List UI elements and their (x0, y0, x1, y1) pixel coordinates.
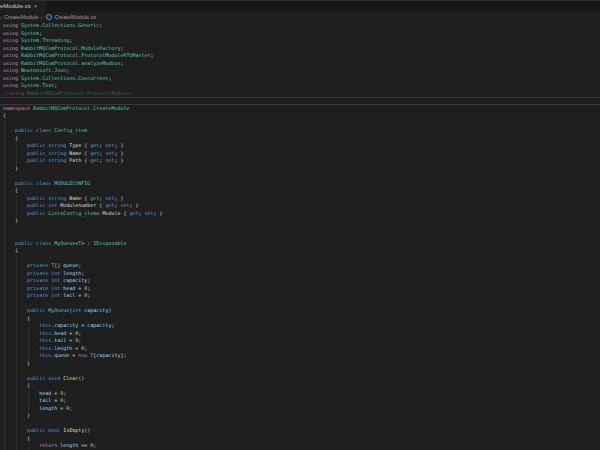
code-line: { (3, 112, 600, 120)
code-line (3, 300, 600, 308)
code-line: public string Type { get; set; } (3, 142, 600, 150)
code-line: { (3, 247, 600, 255)
code-line: public MyQueue(int capacity) (3, 307, 600, 315)
close-icon[interactable]: × (34, 1, 38, 12)
code-line: } (3, 412, 600, 420)
code-line: private int length; (3, 270, 600, 278)
code-line: { (3, 435, 600, 443)
code-line: public class Config_item (3, 127, 600, 135)
code-line (3, 255, 600, 263)
code-line: } (3, 360, 600, 368)
code-line: using System.Collections.Concurrent; (3, 75, 600, 83)
breadcrumb: › CreateModule › CreateModule.cs (0, 12, 600, 22)
code-line (3, 120, 600, 128)
tab-createmodule[interactable]: eModule.cs × (0, 1, 46, 12)
code-line: using RabbitMQComProtocol.analyzeModbus; (3, 60, 600, 68)
code-line: public string Name { get; set; } (3, 195, 600, 203)
code-line (3, 97, 600, 105)
breadcrumb-folder[interactable]: CreateModule (4, 14, 39, 20)
code-editor[interactable]: using System.Collections.Generic;using S… (0, 22, 600, 450)
csharp-class-icon (46, 14, 52, 20)
code-line: { (3, 382, 600, 390)
code-line: return length == 0; (3, 442, 600, 450)
breadcrumb-file[interactable]: CreateModule.cs (55, 14, 97, 20)
code-line: private T[] queue; (3, 262, 600, 270)
tab-label: eModule.cs (0, 1, 31, 12)
chevron-right-icon: › (41, 14, 43, 20)
code-line: { (3, 135, 600, 143)
code-line: private int head = 0; (3, 285, 600, 293)
code-content: using System.Collections.Generic;using S… (3, 22, 600, 450)
code-line: public class MODULECONFIG (3, 180, 600, 188)
code-line (3, 367, 600, 375)
code-line: using System; (3, 30, 600, 38)
code-line (3, 172, 600, 180)
code-line: head = 0; (3, 390, 600, 398)
code-line: this.capacity = capacity; (3, 322, 600, 330)
code-line: { (3, 315, 600, 323)
code-line: this.head = 0; (3, 330, 600, 338)
code-line: this.tail = 0; (3, 337, 600, 345)
code-line: length = 0; (3, 405, 600, 413)
tab-bar: eModule.cs × (0, 0, 600, 12)
code-line: using Newtonsoft.Json; (3, 67, 600, 75)
code-line: public List<Config_item> Module { get; s… (3, 210, 600, 218)
code-line: using System.Text; (3, 82, 600, 90)
code-line: tail = 0; (3, 397, 600, 405)
code-line: public int Modulenumber { get; set; } (3, 202, 600, 210)
code-line: public void Clear() (3, 375, 600, 383)
code-line: using RabbitMQComProtocol.ModuleFactory; (3, 45, 600, 53)
code-line: namespace RabbitMQComProtocol.CreateModu… (3, 105, 600, 113)
chevron-right-icon: › (0, 14, 2, 20)
code-line: this.queue = new T[capacity]; (3, 352, 600, 360)
code-line: private int capacity; (3, 277, 600, 285)
code-line: //using RabbitMQComProtocol.ProtocolModu… (3, 90, 600, 98)
code-line: private int tail = 0; (3, 292, 600, 300)
code-line: public string Name { get; set; } (3, 150, 600, 158)
code-line: using System.Threading; (3, 37, 600, 45)
code-line: } (3, 217, 600, 225)
code-line: public class MyQueue<T> : IDisposable (3, 240, 600, 248)
code-line: using RabbitMQComProtocol.ProtocolModule… (3, 52, 600, 60)
code-line: public string Path { get; set; } (3, 157, 600, 165)
code-line (3, 232, 600, 240)
code-line (3, 420, 600, 428)
code-line: this.length = 0; (3, 345, 600, 353)
code-line (3, 225, 600, 233)
code-line: public bool IsEmpty() (3, 427, 600, 435)
code-line: } (3, 165, 600, 173)
code-line: using System.Collections.Generic; (3, 22, 600, 30)
code-line: { (3, 187, 600, 195)
